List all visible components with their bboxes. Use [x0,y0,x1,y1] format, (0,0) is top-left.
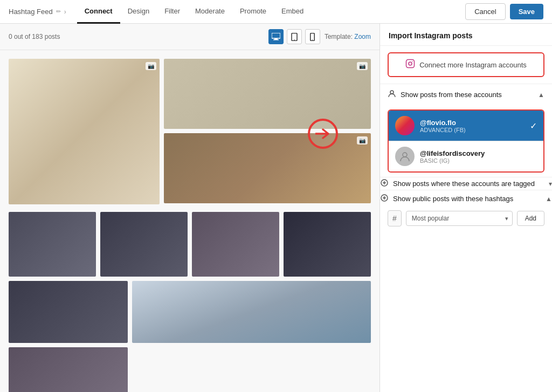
account-type-lifeisdiscovery: BASIC (IG) [420,157,537,164]
hashtag-sort-select[interactable]: Most popular Most recent [406,211,513,226]
breadcrumb-arrow: › [64,8,66,16]
cancel-button[interactable]: Cancel [465,3,505,20]
tab-design[interactable]: Design [120,0,157,24]
right-panel: Import Instagram posts Connect more Inst… [380,24,552,392]
save-button[interactable]: Save [510,4,543,19]
section-toggle-tagged[interactable]: ▾ [549,180,552,188]
feed-image-gym5 [9,281,128,343]
img-cal-icon: 📷 [146,62,156,70]
nav-tabs: Connect Design Filter Moderate Promote E… [77,0,463,24]
account-item-flovio[interactable]: @flovio.flo ADVANCED (FB) ✓ [389,111,543,141]
account-info-flovio: @flovio.flo ADVANCED (FB) [420,119,525,133]
left-toolbar: 0 out of 183 posts Template: Zoom [0,24,380,50]
accounts-list: @flovio.flo ADVANCED (FB) ✓ @lifeisfordi… [388,109,544,173]
edit-icon[interactable]: ✏ [56,8,61,15]
section-header-from-accounts[interactable]: Show posts from these accounts ▲ [380,84,552,105]
section-toggle-from-accounts[interactable]: ▲ [538,91,544,99]
arrow-circle [308,119,338,149]
feed-image-gym2 [100,212,188,277]
tab-promote[interactable]: Promote [232,0,274,24]
arrow-overlay [308,119,338,149]
view-mobile-icon[interactable] [305,29,320,44]
feed-image-flowers: 📷 [164,133,371,203]
view-tablet-icon[interactable] [287,29,302,44]
account-username-flovio: @flovio.flo [420,119,525,127]
tab-embed[interactable]: Embed [274,0,311,24]
feed-image-gym3 [192,212,279,277]
svg-rect-1 [274,38,278,39]
svg-rect-0 [272,33,280,38]
accounts-section-icon [388,90,396,100]
hashtag-section-icon [380,194,389,204]
img-cal-icon-3: 📷 [357,136,368,145]
svg-rect-7 [406,60,415,68]
section-from-accounts-title: Show posts from these accounts [401,91,538,99]
template-info: Template: Zoom [325,33,371,40]
feed-row-3-left [9,281,128,392]
section-header-hashtags[interactable]: Show public posts with these hashtags ▲ [380,190,552,207]
svg-point-8 [409,62,412,65]
feed-image-palm: 📷 [164,59,371,129]
main-area: 0 out of 183 posts Template: Zoom [0,24,552,392]
tagged-section-icon [380,178,389,189]
account-item-lifeisdiscovery[interactable]: @lifeisfordiscovery BASIC (IG) [389,141,543,171]
section-toggle-hashtags[interactable]: ▲ [546,195,552,203]
app-container: Hashtag Feed ✏ › Connect Design Filter M… [0,0,552,392]
feed-grid: 📷 📷 📷 [0,50,380,392]
img-cal-icon-2: 📷 [357,62,368,70]
account-type-flovio: ADVANCED (FB) [420,127,525,133]
tab-connect[interactable]: Connect [77,0,120,24]
svg-point-6 [312,39,313,40]
feed-row-3 [9,281,371,392]
template-link[interactable]: Zoom [354,33,371,40]
section-tagged-title: Show posts where these accounts are tagg… [393,180,549,188]
breadcrumb: Hashtag Feed ✏ › [9,8,66,16]
avatar-flovio [395,116,415,135]
account-info-lifeisdiscovery: @lifeisfordiscovery BASIC (IG) [420,149,537,164]
svg-point-11 [403,153,407,157]
post-count: 0 out of 183 posts [9,33,264,40]
section-header-tagged[interactable]: Show posts where these accounts are tagg… [380,177,552,190]
connect-btn-label: Connect more Instagram accounts [419,61,527,69]
feed-row-2 [9,212,371,277]
nav-actions: Cancel Save [465,3,543,20]
svg-point-9 [412,61,413,62]
view-desktop-icon[interactable] [268,29,284,44]
left-panel: 0 out of 183 posts Template: Zoom [0,24,380,392]
breadcrumb-title: Hashtag Feed [9,8,53,16]
feed-image-baylife [132,281,371,343]
view-icons [268,29,320,44]
hashtag-sort-wrapper: Most popular Most recent [406,211,513,226]
svg-point-10 [390,91,394,94]
instagram-icon [405,59,415,71]
tab-moderate[interactable]: Moderate [188,0,232,24]
feed-image-gym6 [9,347,128,392]
right-panel-header: Import Instagram posts [380,24,552,46]
avatar-lifeisdiscovery [395,147,415,166]
svg-point-4 [294,39,295,40]
hashtag-add-button[interactable]: Add [517,211,544,226]
hashtag-input-row: # Most popular Most recent Add [380,207,552,230]
connect-instagram-button[interactable]: Connect more Instagram accounts [388,52,544,77]
top-nav: Hashtag Feed ✏ › Connect Design Filter M… [0,0,552,24]
account-check-icon: ✓ [530,121,537,131]
feed-image-gym4 [284,212,371,277]
account-username-lifeisdiscovery: @lifeisfordiscovery [420,149,537,157]
feed-image-gym1 [9,212,96,277]
hashtag-prefix: # [388,210,402,226]
section-hashtags-title: Show public posts with these hashtags [393,195,546,203]
tab-filter[interactable]: Filter [157,0,188,24]
feed-image-plants: 📷 [9,59,160,204]
svg-rect-2 [273,39,279,40]
